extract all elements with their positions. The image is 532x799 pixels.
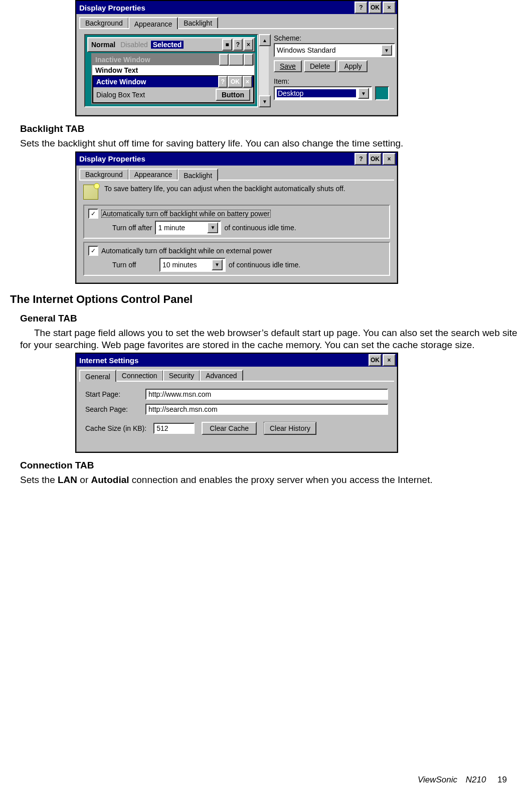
chevron-down-icon[interactable]: ▼: [212, 259, 223, 270]
window-title: Internet Settings: [79, 356, 368, 365]
titlebar: Display Properties ? OK ×: [76, 152, 397, 166]
item-value: Desktop: [277, 89, 356, 97]
close-button[interactable]: ×: [383, 153, 396, 165]
battery-checkbox-label[interactable]: Automatically turn off backlight while o…: [101, 210, 271, 218]
tab-appearance[interactable]: Appearance: [128, 169, 179, 180]
window-title: Display Properties: [79, 4, 353, 12]
cache-size-label: Cache Size (in KB):: [85, 424, 146, 432]
preview-close-icon: ×: [243, 76, 252, 88]
scheme-label: Scheme:: [274, 34, 389, 42]
external-checkbox-label[interactable]: Automatically turn off backlight while o…: [101, 247, 272, 255]
backlight-desc: To save battery life, you can adjust whe…: [104, 185, 390, 193]
backlight-description: Sets the backlight shut off time for sav…: [20, 137, 522, 149]
preview-scrollbar[interactable]: ▲ ▼: [258, 34, 269, 107]
preview-help-icon: ?: [218, 76, 228, 88]
apply-button[interactable]: Apply: [338, 60, 368, 72]
preview-active-title: Active Window: [94, 78, 218, 86]
display-properties-appearance-dialog: Display Properties ? OK × Background App…: [75, 0, 398, 116]
titlebar: Display Properties ? OK ×: [76, 1, 397, 14]
preview-dialog-text: Dialog Box Text: [96, 91, 216, 99]
tab-backlight[interactable]: Backlight: [178, 17, 218, 28]
chevron-down-icon[interactable]: ▼: [381, 45, 392, 56]
start-page-input[interactable]: http://www.msn.com: [145, 389, 388, 400]
color-swatch[interactable]: [375, 86, 389, 100]
preview-inactive-title: Inactive Window: [93, 56, 219, 64]
preview-menu-disabled: Disabled: [118, 41, 149, 49]
tab-strip: Background Appearance Backlight: [76, 14, 397, 28]
chevron-down-icon[interactable]: ▼: [207, 222, 218, 233]
chevron-down-icon[interactable]: ▼: [358, 88, 369, 99]
search-page-label: Search Page:: [85, 405, 145, 413]
general-tab-heading: General TAB: [20, 313, 522, 324]
battery-timeout-select[interactable]: 1 minute ▼: [155, 221, 221, 235]
preview-help-icon: ?: [219, 54, 229, 66]
clear-history-button[interactable]: Clear History: [264, 422, 316, 435]
tab-general[interactable]: General: [79, 370, 116, 382]
scroll-down-icon[interactable]: ▼: [259, 95, 271, 107]
footer-page-number: 19: [497, 775, 507, 784]
preview-color-icon: ■: [222, 39, 232, 51]
page-footer: ViewSonic N210 19: [418, 775, 507, 785]
search-page-input[interactable]: http://search.msn.com: [145, 404, 388, 415]
tab-advanced[interactable]: Advanced: [200, 370, 243, 381]
preview-close-icon: ×: [244, 39, 253, 51]
help-button[interactable]: ?: [354, 153, 368, 165]
ok-button[interactable]: OK: [369, 354, 382, 366]
scheme-select[interactable]: Windows Standard ▼: [274, 43, 395, 57]
close-button[interactable]: ×: [383, 354, 396, 366]
window-title: Display Properties: [79, 154, 353, 163]
battery-post-label: of continuous idle time.: [224, 224, 296, 232]
scheme-value: Windows Standard: [277, 46, 379, 54]
tab-connection[interactable]: Connection: [116, 370, 163, 381]
ok-button[interactable]: OK: [369, 2, 382, 14]
item-label: Item:: [274, 77, 389, 85]
cache-size-input[interactable]: 512: [153, 423, 195, 434]
footer-brand: ViewSonic: [418, 775, 457, 784]
external-checkbox[interactable]: ✓: [88, 246, 98, 256]
preview-ok-icon: OK: [229, 54, 244, 66]
general-tab-description: The start page field allows you to set t…: [20, 327, 522, 351]
preview-close-icon: ×: [244, 54, 253, 66]
tab-background[interactable]: Background: [79, 17, 129, 28]
tab-strip: Background Appearance Backlight: [76, 166, 397, 180]
external-timeout-select[interactable]: 10 minutes ▼: [159, 258, 226, 272]
internet-settings-dialog: Internet Settings OK × General Connectio…: [75, 353, 398, 453]
internet-options-heading: The Internet Options Control Panel: [10, 293, 522, 306]
scroll-up-icon[interactable]: ▲: [259, 34, 271, 46]
connection-tab-description: Sets the LAN or Autodial connection and …: [20, 474, 522, 486]
preview-pane: Normal Disabled Selected ■ ? × Inactive …: [84, 34, 258, 107]
footer-model: N210: [466, 775, 486, 784]
display-properties-backlight-dialog: Display Properties ? OK × Background App…: [75, 151, 398, 284]
preview-window-text: Window Text: [92, 65, 254, 75]
tab-strip: General Connection Security Advanced: [76, 367, 397, 381]
connection-tab-heading: Connection TAB: [20, 460, 522, 471]
ok-button[interactable]: OK: [369, 153, 382, 165]
start-page-label: Start Page:: [85, 390, 145, 398]
delete-button[interactable]: Delete: [304, 60, 336, 72]
preview-help-icon: ?: [233, 39, 243, 51]
save-button[interactable]: Save: [274, 60, 302, 72]
item-select[interactable]: Desktop ▼: [274, 86, 372, 100]
preview-ok-icon: OK: [228, 76, 243, 88]
close-button[interactable]: ×: [383, 2, 396, 14]
backlight-icon: [83, 185, 98, 200]
external-pre-label: Turn off: [112, 261, 156, 269]
tab-backlight[interactable]: Backlight: [178, 169, 218, 181]
backlight-heading: Backlight TAB: [20, 123, 522, 134]
tab-appearance[interactable]: Appearance: [128, 17, 179, 29]
preview-menu-normal: Normal: [89, 41, 117, 49]
preview-button: Button: [216, 89, 250, 101]
preview-menu-selected: Selected: [151, 41, 184, 49]
help-button[interactable]: ?: [354, 2, 368, 14]
battery-pre-label: Turn off after: [112, 224, 152, 232]
clear-cache-button[interactable]: Clear Cache: [202, 422, 257, 435]
tab-security[interactable]: Security: [163, 370, 201, 381]
tab-background[interactable]: Background: [79, 169, 129, 180]
battery-checkbox[interactable]: ✓: [88, 209, 98, 219]
titlebar: Internet Settings OK ×: [76, 354, 397, 367]
external-post-label: of continuous idle time.: [229, 261, 300, 269]
